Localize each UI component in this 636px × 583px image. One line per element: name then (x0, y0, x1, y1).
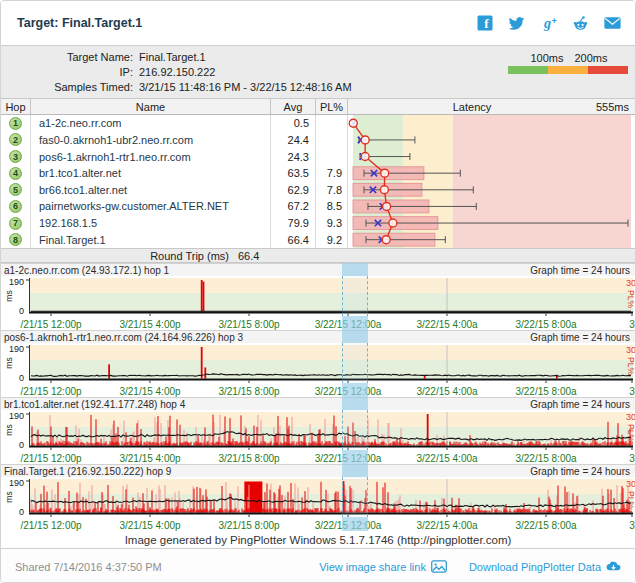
hop-number-cell: 3 (1, 148, 31, 165)
page-title: Target: Final.Target.1 (17, 16, 142, 30)
time-tick-label: 3/22/15 8:00a (515, 386, 576, 397)
svg-text:ms: ms (4, 357, 14, 368)
time-tick-label: /21/15 12:00p (20, 520, 81, 531)
svg-text:f: f (484, 16, 489, 31)
graph-header: Final.Target.1 (216.92.150.222) hop 9Gra… (1, 464, 635, 477)
hop-number-cell: 2 (1, 132, 31, 149)
time-tick-label: 3/22/15 12:00a (315, 453, 382, 464)
graph-time-label: Graph time = 24 hours (530, 399, 630, 410)
svg-text:30: 30 (626, 412, 636, 422)
time-tick-label: 3/21/15 4:00p (119, 386, 180, 397)
hop-number-cell: 7 (1, 215, 31, 232)
svg-text:PL%: PL% (626, 357, 636, 375)
latency-color-legend: 100ms 200ms (507, 52, 629, 74)
time-tick-label: 3/22/15 8:00a (515, 319, 576, 330)
graph-header: pos6-1.akrnoh1-rtr1.neo.rr.com (24.164.9… (1, 330, 635, 343)
latency-timeline-chart: 190ms030PL% (1, 343, 636, 383)
svg-text:30: 30 (626, 345, 636, 355)
svg-text:0: 0 (19, 373, 24, 383)
target-info-panel: Target Name: Final.Target.1 IP: 216.92.1… (1, 45, 635, 99)
hop-avg-cell: 66.4 (271, 231, 316, 248)
hop-number-badge: 7 (9, 217, 22, 230)
page-header: Target: Final.Target.1 f g+ (1, 1, 635, 45)
column-header-name: Name (31, 99, 271, 114)
hop-pl-cell: 9.3 (316, 215, 348, 232)
hop-table-body: 1a1-2c.neo.rr.com0.52fas0-0.akrnoh1-ubr2… (1, 115, 635, 248)
time-tick-label: 3 (629, 319, 635, 330)
svg-text:30: 30 (626, 479, 636, 489)
shared-timestamp: Shared 7/14/2016 4:37:50 PM (15, 561, 162, 573)
latency-timeline-chart: 190ms030PL% (1, 477, 636, 517)
svg-text:PL%: PL% (626, 424, 636, 442)
hop-name-cell: pairnetworks-gw.customer.ALTER.NET (31, 198, 271, 215)
legend-green-segment (508, 66, 548, 74)
graph-time-axis: /21/15 12:00p3/21/15 4:00p3/21/15 8:00p3… (1, 383, 635, 397)
svg-text:PL%: PL% (626, 290, 636, 308)
svg-text:g: g (543, 15, 551, 31)
graph-time-label: Graph time = 24 hours (530, 265, 630, 276)
time-tick-label: /21/15 12:00p (20, 386, 81, 397)
round-trip-label: Round Trip (ms) (150, 250, 229, 262)
timeline-graphs: a1-2c.neo.rr.com (24.93.172.1) hop 1Grap… (1, 263, 635, 531)
generated-by-caption: Image generated by PingPlotter Windows 5… (1, 531, 635, 548)
legend-100ms-label: 100ms (530, 52, 563, 64)
hop-name-cell: fas0-0.akrnoh1-ubr2.neo.rr.com (31, 132, 271, 149)
graph-host-label: a1-2c.neo.rr.com (24.93.172.1) hop 1 (4, 265, 169, 276)
time-tick-label: 3/21/15 8:00p (218, 520, 279, 531)
view-image-share-link[interactable]: View image share link (319, 560, 447, 573)
time-tick-label: 3/22/15 8:00a (515, 453, 576, 464)
googleplus-icon[interactable]: g+ (540, 15, 557, 32)
svg-text:ms: ms (4, 491, 14, 502)
time-tick-label: /21/15 12:00p (20, 319, 81, 330)
latency-timeline-chart: 190ms030PL% (1, 276, 636, 316)
hop-avg-cell: 24.4 (271, 132, 316, 149)
graph-header: br1.tco1.alter.net (192.41.177.248) hop … (1, 397, 635, 410)
hop-name-cell: pos6-1.akrnoh1-rtr1.neo.rr.com (31, 148, 271, 165)
hop-pl-cell: 8.5 (316, 198, 348, 215)
reddit-icon[interactable] (572, 15, 589, 32)
graph-host-label: Final.Target.1 (216.92.150.222) hop 9 (4, 466, 171, 477)
time-tick-label: 3/22/15 12:00a (315, 319, 382, 330)
ip-label: IP: (1, 65, 133, 80)
hop-table-header: Hop Name Avg PL% Latency 555ms (1, 99, 635, 115)
time-tick-label: 3/21/15 4:00p (119, 453, 180, 464)
hop-number-cell: 5 (1, 182, 31, 199)
hop-number-badge: 8 (9, 233, 22, 246)
hop-number-cell: 4 (1, 165, 31, 182)
column-header-pl: PL% (316, 99, 348, 114)
graph-plot-area: 190ms030PL% (1, 477, 635, 517)
pingplotter-share-widget: Target: Final.Target.1 f g+ Target Name:… (0, 0, 636, 583)
graph-time-axis: /21/15 12:00p3/21/15 4:00p3/21/15 8:00p3… (1, 450, 635, 464)
latency-max-label: 555ms (596, 101, 629, 113)
graph-time-label: Graph time = 24 hours (530, 332, 630, 343)
graph-panel-3: br1.tco1.alter.net (192.41.177.248) hop … (1, 397, 635, 464)
hop-number-badge: 5 (9, 183, 22, 196)
svg-text:0: 0 (19, 507, 24, 517)
hop-name-cell: Final.Target.1 (31, 231, 271, 248)
hop-pl-cell (316, 115, 348, 132)
hop-pl-cell: 7.8 (316, 182, 348, 199)
hop-number-cell: 8 (1, 231, 31, 248)
samples-timed-label: Samples Timed: (1, 80, 133, 95)
facebook-icon[interactable]: f (476, 15, 493, 32)
hop-avg-cell: 79.9 (271, 215, 316, 232)
time-tick-label: 3 (629, 453, 635, 464)
hop-pl-cell: 9.2 (316, 231, 348, 248)
hop-name-cell: 192.168.1.5 (31, 215, 271, 232)
share-bar: Shared 7/14/2016 4:37:50 PM View image s… (1, 548, 635, 583)
target-name-label: Target Name: (1, 50, 133, 65)
time-tick-label: 3/22/15 12:00a (315, 520, 382, 531)
cloud-download-icon (606, 560, 621, 573)
column-header-hop: Hop (1, 99, 31, 114)
twitter-icon[interactable] (508, 15, 525, 32)
svg-text:190: 190 (9, 478, 24, 488)
graph-plot-area: 190ms030PL% (1, 343, 635, 383)
svg-text:0: 0 (19, 306, 24, 316)
hop-number-badge: 6 (9, 200, 22, 213)
graph-header: a1-2c.neo.rr.com (24.93.172.1) hop 1Grap… (1, 263, 635, 276)
svg-text:190: 190 (9, 411, 24, 421)
legend-color-bar (508, 66, 628, 74)
download-pingplotter-data-link[interactable]: Download PingPlotter Data (469, 560, 621, 573)
hop-number-badge: 2 (9, 133, 22, 146)
email-icon[interactable] (604, 15, 621, 32)
